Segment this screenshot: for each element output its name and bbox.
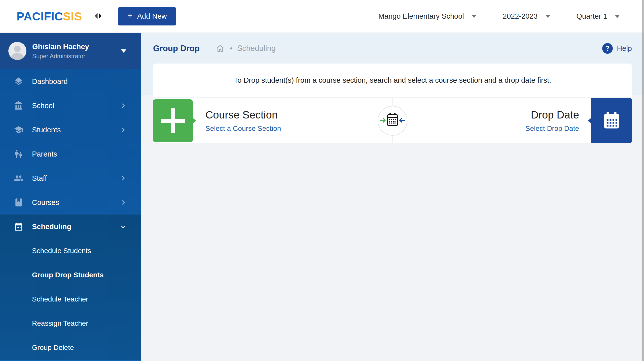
sidebar-item-label: Dashboard: [32, 77, 68, 86]
year-selector[interactable]: 2022-2023: [503, 12, 550, 20]
avatar: [8, 42, 26, 60]
plus-icon: [171, 108, 175, 133]
sidebar: Ghislain Hachey Super Administrator Dash…: [0, 33, 141, 361]
submenu-label: Schedule Students: [32, 247, 91, 255]
breadcrumb: Group Drop • Scheduling ? Help: [153, 40, 632, 56]
scrollbar[interactable]: [642, 0, 643, 361]
chevron-down-icon: [545, 15, 550, 18]
logo-sis: SIS: [63, 10, 82, 23]
school-building-icon: [14, 101, 23, 110]
calendar-icon: [14, 222, 23, 231]
sidebar-item-reassign-teacher[interactable]: Reassign Teacher: [0, 311, 141, 336]
breadcrumb-section: Scheduling: [237, 44, 276, 53]
drop-date-title: Drop Date: [525, 109, 579, 121]
sidebar-menu: Dashboard School Students Parents: [0, 69, 141, 215]
submenu-label: Reassign Teacher: [32, 319, 88, 327]
user-role: Super Administrator: [32, 53, 89, 60]
instruction-card: To Drop student(s) from a course section…: [153, 64, 632, 97]
drop-date-calendar-button[interactable]: [591, 98, 632, 143]
submenu-label: Group Delete: [32, 344, 74, 352]
quarter-selector-value: Quarter 1: [577, 12, 607, 20]
submenu-label: Schedule Teacher: [32, 295, 88, 303]
sidebar-item-group-drop-students[interactable]: Group Drop Students: [0, 263, 141, 287]
plus-icon: +: [127, 11, 133, 20]
school-selector[interactable]: Mango Elementary School: [378, 12, 477, 20]
sidebar-item-label: Courses: [32, 198, 59, 207]
breadcrumb-dot: •: [230, 44, 233, 53]
scheduling-section: Scheduling Schedule Students Group Drop …: [0, 215, 141, 360]
chevron-down-icon: [472, 15, 477, 18]
drop-date-block: Drop Date Select Drop Date: [525, 109, 579, 132]
sidebar-item-label: School: [32, 102, 54, 110]
chevron-right-icon: [120, 175, 126, 182]
sidebar-collapse-button[interactable]: [93, 11, 104, 22]
submenu-label: Group Drop Students: [32, 271, 104, 279]
user-profile-menu[interactable]: Ghislain Hachey Super Administrator: [0, 33, 141, 69]
course-section-block: Course Section Select a Course Section: [205, 109, 281, 132]
sidebar-item-label: Staff: [32, 174, 47, 183]
chevron-right-icon: [120, 199, 126, 206]
page-title: Group Drop: [153, 44, 200, 53]
profile-text: Ghislain Hachey Super Administrator: [32, 42, 89, 60]
add-course-section-button[interactable]: [153, 99, 193, 142]
chevron-right-icon: [120, 127, 126, 133]
sidebar-item-label: Students: [32, 126, 61, 134]
app-logo: PACIFICSIS: [17, 10, 82, 23]
chevron-up-icon: [120, 223, 126, 230]
calendar-arrows-icon: [379, 111, 406, 130]
people-icon: [14, 173, 23, 183]
parent-child-icon: [14, 149, 23, 159]
sidebar-item-parents[interactable]: Parents: [0, 142, 141, 166]
chevron-down-icon: [615, 15, 620, 18]
course-section-title: Course Section: [205, 109, 281, 121]
logo-pacific: PACIFIC: [17, 10, 63, 23]
select-course-section-link[interactable]: Select a Course Section: [205, 125, 281, 133]
graduation-cap-icon: [14, 125, 23, 135]
instruction-text: To Drop student(s) from a course section…: [234, 76, 551, 84]
sidebar-item-schedule-students[interactable]: Schedule Students: [0, 239, 141, 263]
school-selector-value: Mango Elementary School: [378, 12, 464, 20]
sidebar-item-staff[interactable]: Staff: [0, 166, 141, 190]
select-drop-date-link[interactable]: Select Drop Date: [525, 125, 579, 133]
help-label: Help: [617, 44, 632, 53]
chevron-right-icon: [120, 102, 126, 109]
book-icon: [14, 198, 23, 207]
header-selectors: Mango Elementary School 2022-2023 Quarte…: [378, 12, 644, 20]
course-drop-row: Course Section Select a Course Section: [153, 98, 632, 143]
sidebar-next-item-edge: [0, 360, 141, 361]
profile-caret-icon: [121, 49, 126, 53]
help-button[interactable]: ? Help: [602, 43, 632, 54]
layers-icon: [14, 77, 23, 86]
sidebar-item-dashboard[interactable]: Dashboard: [0, 69, 141, 94]
collapse-arrows-icon: [93, 11, 103, 22]
user-name: Ghislain Hachey: [32, 42, 89, 52]
help-question-icon: ?: [602, 43, 613, 54]
add-new-button[interactable]: + Add New: [118, 7, 176, 25]
home-icon[interactable]: [216, 44, 225, 53]
quarter-selector[interactable]: Quarter 1: [577, 12, 620, 20]
drop-transfer-badge: [378, 106, 407, 136]
calendar-icon: [602, 110, 621, 131]
sidebar-item-group-delete[interactable]: Group Delete: [0, 336, 141, 360]
year-selector-value: 2022-2023: [503, 12, 538, 20]
sidebar-item-school[interactable]: School: [0, 94, 141, 118]
sidebar-item-students[interactable]: Students: [0, 118, 141, 142]
sidebar-item-label: Scheduling: [32, 223, 71, 231]
sidebar-item-schedule-teacher[interactable]: Schedule Teacher: [0, 287, 141, 311]
top-header: PACIFICSIS + Add New Mango Elementary Sc…: [0, 0, 644, 33]
add-new-label: Add New: [137, 12, 167, 20]
sidebar-item-scheduling[interactable]: Scheduling: [0, 215, 141, 239]
breadcrumb-divider: [208, 41, 208, 55]
sidebar-item-label: Parents: [32, 150, 57, 158]
main-content: Group Drop • Scheduling ? Help To Drop s…: [141, 33, 644, 361]
sidebar-item-courses[interactable]: Courses: [0, 190, 141, 215]
